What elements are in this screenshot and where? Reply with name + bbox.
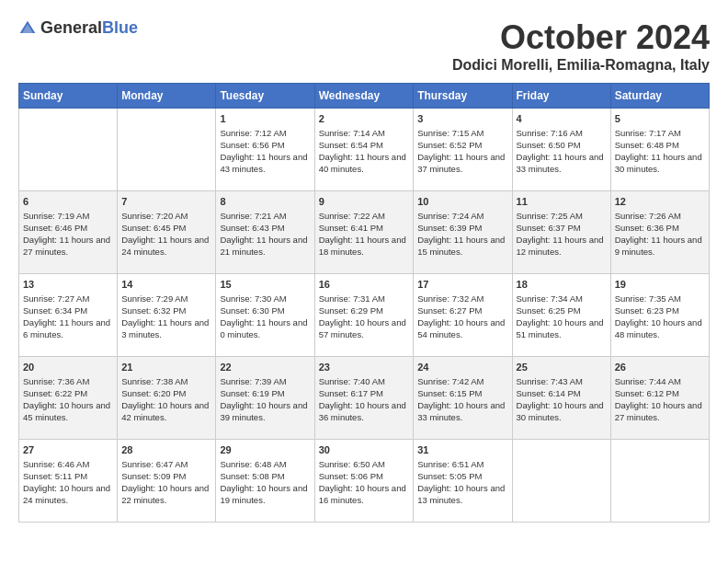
day-cell: 25Sunrise: 7:43 AM Sunset: 6:14 PM Dayli… [512,357,610,440]
day-number: 14 [121,278,211,292]
day-cell: 8Sunrise: 7:21 AM Sunset: 6:43 PM Daylig… [216,191,314,274]
week-row-3: 20Sunrise: 7:36 AM Sunset: 6:22 PM Dayli… [19,357,710,440]
day-content: Sunrise: 7:44 AM Sunset: 6:12 PM Dayligh… [615,376,705,423]
day-cell: 28Sunrise: 6:47 AM Sunset: 5:09 PM Dayli… [118,440,216,523]
day-number: 2 [319,112,410,126]
day-cell: 19Sunrise: 7:35 AM Sunset: 6:23 PM Dayli… [610,274,709,357]
day-cell: 11Sunrise: 7:25 AM Sunset: 6:37 PM Dayli… [512,191,610,274]
day-cell: 31Sunrise: 6:51 AM Sunset: 5:05 PM Dayli… [414,440,512,523]
day-content: Sunrise: 7:42 AM Sunset: 6:15 PM Dayligh… [417,376,507,423]
day-cell: 27Sunrise: 6:46 AM Sunset: 5:11 PM Dayli… [19,440,118,523]
day-content: Sunrise: 7:32 AM Sunset: 6:27 PM Dayligh… [417,293,507,340]
logo-icon [18,19,37,38]
day-cell: 18Sunrise: 7:34 AM Sunset: 6:25 PM Dayli… [512,274,610,357]
header-cell-saturday: Saturday [610,84,709,109]
title-block: October 2024 Dodici Morelli, Emilia-Roma… [452,18,710,74]
day-cell: 20Sunrise: 7:36 AM Sunset: 6:22 PM Dayli… [19,357,118,440]
day-content: Sunrise: 7:22 AM Sunset: 6:41 PM Dayligh… [319,211,410,258]
day-number: 16 [319,278,410,292]
day-cell: 29Sunrise: 6:48 AM Sunset: 5:08 PM Dayli… [216,440,314,523]
day-number: 9 [319,195,410,209]
day-cell: 1Sunrise: 7:12 AM Sunset: 6:56 PM Daylig… [216,109,314,191]
header-cell-monday: Monday [118,84,216,109]
day-number: 15 [220,278,310,292]
day-content: Sunrise: 6:50 AM Sunset: 5:06 PM Dayligh… [319,459,410,506]
logo-text-general: General [40,18,102,37]
day-number: 27 [23,443,113,457]
day-content: Sunrise: 7:38 AM Sunset: 6:20 PM Dayligh… [121,376,211,423]
day-content: Sunrise: 7:34 AM Sunset: 6:25 PM Dayligh… [517,293,607,340]
logo-text-blue: Blue [102,18,138,37]
day-cell: 2Sunrise: 7:14 AM Sunset: 6:54 PM Daylig… [314,109,414,191]
day-number: 21 [121,361,211,374]
day-content: Sunrise: 7:40 AM Sunset: 6:17 PM Dayligh… [319,376,410,423]
day-number: 5 [615,112,705,126]
day-cell: 22Sunrise: 7:39 AM Sunset: 6:19 PM Dayli… [216,357,314,440]
day-cell: 26Sunrise: 7:44 AM Sunset: 6:12 PM Dayli… [610,357,709,440]
day-cell [118,109,216,191]
header-cell-wednesday: Wednesday [314,84,414,109]
day-cell: 6Sunrise: 7:19 AM Sunset: 6:46 PM Daylig… [19,191,118,274]
day-number: 30 [319,443,410,457]
day-number: 28 [121,443,211,457]
day-number: 17 [417,278,507,292]
day-cell: 24Sunrise: 7:42 AM Sunset: 6:15 PM Dayli… [414,357,512,440]
day-number: 22 [220,361,310,374]
day-number: 29 [220,443,310,457]
day-content: Sunrise: 7:24 AM Sunset: 6:39 PM Dayligh… [417,211,507,258]
header-cell-sunday: Sunday [19,84,118,109]
day-content: Sunrise: 7:14 AM Sunset: 6:54 PM Dayligh… [319,128,410,175]
day-content: Sunrise: 7:16 AM Sunset: 6:50 PM Dayligh… [517,128,607,175]
day-number: 4 [517,112,607,126]
header-cell-thursday: Thursday [414,84,512,109]
day-cell: 23Sunrise: 7:40 AM Sunset: 6:17 PM Dayli… [314,357,414,440]
week-row-4: 27Sunrise: 6:46 AM Sunset: 5:11 PM Dayli… [19,440,710,523]
page-header: GeneralBlue October 2024 Dodici Morelli,… [18,18,710,74]
header-cell-tuesday: Tuesday [216,84,314,109]
day-content: Sunrise: 7:12 AM Sunset: 6:56 PM Dayligh… [220,128,310,175]
day-content: Sunrise: 6:46 AM Sunset: 5:11 PM Dayligh… [23,459,113,506]
day-number: 11 [517,195,607,209]
day-content: Sunrise: 7:15 AM Sunset: 6:52 PM Dayligh… [417,128,507,175]
day-cell [512,440,610,523]
day-number: 8 [220,195,310,209]
day-number: 20 [23,361,113,374]
calendar-table: SundayMondayTuesdayWednesdayThursdayFrid… [18,83,710,523]
day-cell: 13Sunrise: 7:27 AM Sunset: 6:34 PM Dayli… [19,274,118,357]
day-cell: 15Sunrise: 7:30 AM Sunset: 6:30 PM Dayli… [216,274,314,357]
day-cell: 21Sunrise: 7:38 AM Sunset: 6:20 PM Dayli… [118,357,216,440]
day-number: 1 [220,112,310,126]
day-content: Sunrise: 7:30 AM Sunset: 6:30 PM Dayligh… [220,293,310,340]
day-cell: 17Sunrise: 7:32 AM Sunset: 6:27 PM Dayli… [414,274,512,357]
day-cell: 4Sunrise: 7:16 AM Sunset: 6:50 PM Daylig… [512,109,610,191]
day-cell: 16Sunrise: 7:31 AM Sunset: 6:29 PM Dayli… [314,274,414,357]
day-content: Sunrise: 7:43 AM Sunset: 6:14 PM Dayligh… [517,376,607,423]
day-content: Sunrise: 6:47 AM Sunset: 5:09 PM Dayligh… [121,459,211,506]
day-content: Sunrise: 7:27 AM Sunset: 6:34 PM Dayligh… [23,293,113,340]
day-cell: 9Sunrise: 7:22 AM Sunset: 6:41 PM Daylig… [314,191,414,274]
location-title: Dodici Morelli, Emilia-Romagna, Italy [452,57,710,74]
day-number: 26 [615,361,705,374]
day-content: Sunrise: 7:17 AM Sunset: 6:48 PM Dayligh… [615,128,705,175]
day-number: 12 [615,195,705,209]
week-row-1: 6Sunrise: 7:19 AM Sunset: 6:46 PM Daylig… [19,191,710,274]
day-cell [610,440,709,523]
day-number: 19 [615,278,705,292]
day-number: 10 [417,195,507,209]
day-cell: 3Sunrise: 7:15 AM Sunset: 6:52 PM Daylig… [414,109,512,191]
header-row: SundayMondayTuesdayWednesdayThursdayFrid… [19,84,710,109]
day-number: 18 [517,278,607,292]
day-content: Sunrise: 7:25 AM Sunset: 6:37 PM Dayligh… [517,211,607,258]
day-content: Sunrise: 7:39 AM Sunset: 6:19 PM Dayligh… [220,376,310,423]
day-number: 31 [417,443,507,457]
day-number: 7 [121,195,211,209]
day-cell: 7Sunrise: 7:20 AM Sunset: 6:45 PM Daylig… [118,191,216,274]
day-cell [19,109,118,191]
day-number: 3 [417,112,507,126]
day-content: Sunrise: 7:29 AM Sunset: 6:32 PM Dayligh… [121,293,211,340]
day-number: 24 [417,361,507,374]
day-content: Sunrise: 7:20 AM Sunset: 6:45 PM Dayligh… [121,211,211,258]
week-row-0: 1Sunrise: 7:12 AM Sunset: 6:56 PM Daylig… [19,109,710,191]
day-content: Sunrise: 7:31 AM Sunset: 6:29 PM Dayligh… [319,293,410,340]
day-cell: 12Sunrise: 7:26 AM Sunset: 6:36 PM Dayli… [610,191,709,274]
